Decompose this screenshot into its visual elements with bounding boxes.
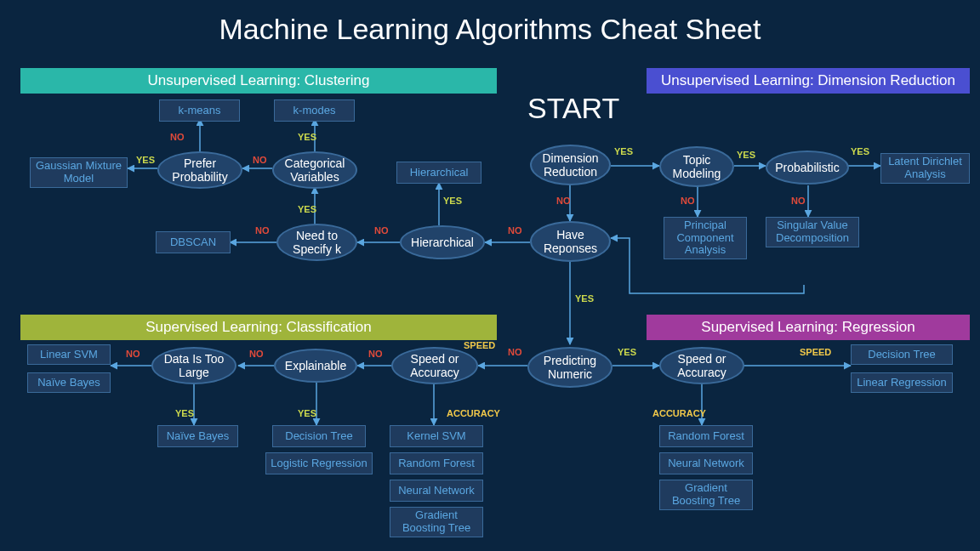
lbl-no: NO [255,225,270,236]
lbl-yes: YES [298,408,316,418]
algo-random-forest-c: Random Forest [390,452,483,474]
lbl-no: NO [253,155,267,165]
lbl-yes: YES [851,146,869,156]
lbl-no: NO [170,132,185,142]
lbl-no: NO [126,349,140,359]
decision-have-responses: Have Reponses [530,221,611,262]
lbl-no: NO [556,196,571,206]
lbl-yes: YES [175,408,194,418]
lbl-speed: SPEED [464,340,495,350]
lbl-yes: YES [614,146,633,156]
lbl-no: NO [791,196,806,206]
lbl-accuracy: ACCURACY [447,408,500,418]
decision-speed-accuracy-regr: Speed or Accuracy [659,347,744,384]
lbl-no: NO [508,347,522,357]
decision-speed-accuracy-class: Speed or Accuracy [391,347,478,384]
lbl-no: NO [681,196,695,206]
start-label: START [527,92,619,125]
lbl-no: NO [374,225,389,236]
algo-dbscan: DBSCAN [156,231,231,253]
algo-naive-bayes-2: Naïve Bayes [157,425,238,447]
section-header-regression: Supervised Learning: Regression [647,315,970,340]
algo-kmodes: k-modes [274,99,355,122]
algo-kmeans: k-means [159,99,240,122]
algo-logistic-regression: Logistic Regression [265,452,373,474]
decision-probabilistic: Probabilistic [766,151,849,185]
algo-hierarchical: Hierarchical [396,162,481,184]
algo-naive-bayes-1: Naïve Bayes [27,372,111,393]
page-title: Machine Learning Algorithms Cheat Sheet [0,13,980,46]
algo-linear-svm: Linear SVM [27,344,111,365]
section-header-dimred: Unsupervised Learning: Dimension Reducti… [647,68,970,94]
lbl-yes: YES [618,347,636,357]
decision-data-too-large: Data Is Too Large [151,347,236,384]
decision-explainable: Explainable [274,349,357,383]
algo-gaussian-mixture: Gaussian Mixture Model [30,157,128,188]
section-header-classification: Supervised Learning: Classification [20,315,497,340]
lbl-accuracy: ACCURACY [652,408,706,418]
algo-svd: Singular Value Decomposition [766,217,859,247]
lbl-yes: YES [136,155,155,165]
decision-prefer-probability: Prefer Probability [157,151,242,189]
decision-topic-modeling: Topic Modeling [659,146,734,187]
lbl-no: NO [368,349,383,359]
lbl-yes: YES [443,196,462,206]
algo-random-forest-r: Random Forest [659,425,753,447]
lbl-yes: YES [737,150,755,160]
decision-categorical-variables: Categorical Variables [272,151,357,189]
algo-decision-tree-r: Decision Tree [851,344,953,365]
algo-kernel-svm: Kernel SVM [390,425,483,447]
algo-gradient-boosting-c: Gradient Boosting Tree [390,507,483,537]
lbl-yes: YES [298,204,316,214]
decision-need-specify-k: Need to Specify k [276,224,357,261]
algo-linear-regression: Linear Regression [851,372,953,393]
lbl-speed: SPEED [800,347,831,357]
lbl-yes: YES [298,132,316,142]
section-header-clustering: Unsupervised Learning: Clustering [20,68,497,94]
algo-pca: Principal Component Analysis [664,217,747,259]
algo-latent-dirichlet: Latent Dirichlet Analysis [880,153,970,184]
lbl-no: NO [249,349,264,359]
algo-decision-tree-c: Decision Tree [272,425,366,447]
decision-dimension-reduction: Dimension Reduction [530,145,611,185]
algo-neural-network-r: Neural Network [659,452,753,474]
decision-hierarchical: Hierarchical [400,225,485,259]
algo-neural-network-c: Neural Network [390,480,483,502]
lbl-no: NO [508,225,522,236]
lbl-yes: YES [575,293,594,304]
decision-predicting-numeric: Predicting Numeric [527,347,612,388]
algo-gradient-boosting-r: Gradient Boosting Tree [659,480,753,510]
